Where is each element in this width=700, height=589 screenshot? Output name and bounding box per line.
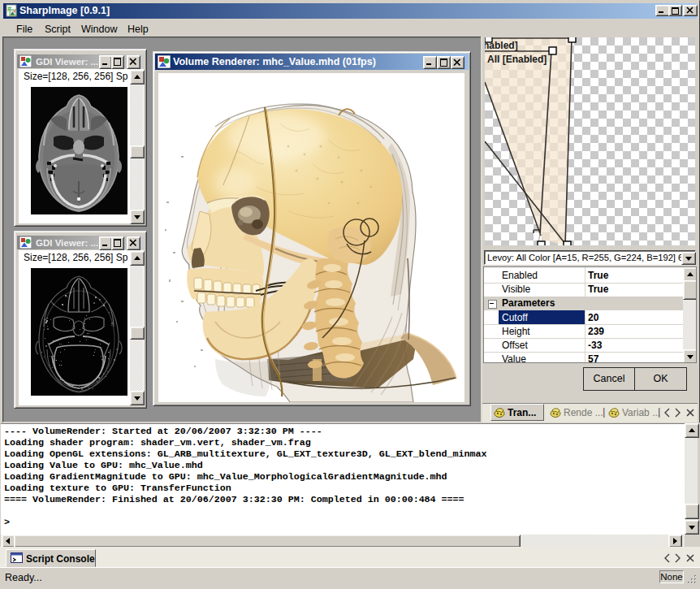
svg-text:All [Enabled]: All [Enabled] xyxy=(487,54,547,65)
svg-text:nabled]: nabled] xyxy=(485,40,518,51)
